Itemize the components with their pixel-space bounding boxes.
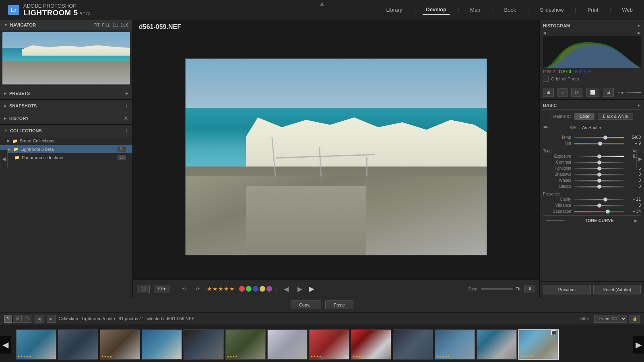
view-split-btn[interactable]: ⬜ <box>586 88 599 97</box>
vibrance-slider[interactable] <box>574 205 624 206</box>
collection-panorama[interactable]: 📁 Panorama slideshow 12 <box>0 153 132 162</box>
collections-add[interactable]: + <box>125 128 128 134</box>
nav-develop[interactable]: Develop <box>423 5 450 15</box>
next-image-btn[interactable]: ▶ <box>295 284 305 294</box>
basic-expand-icon[interactable]: ▼ <box>637 103 641 108</box>
hist-highlight-clip[interactable]: ▶ <box>638 31 641 35</box>
film-thumb-3[interactable]: ★★★★ <box>100 329 140 360</box>
eyedropper-tool[interactable]: ✒ <box>543 123 549 132</box>
tint-thumb[interactable] <box>598 142 602 146</box>
whites-thumb[interactable] <box>597 179 601 183</box>
film-thumb-9[interactable]: ★★★★ <box>351 329 391 360</box>
whites-slider[interactable] <box>574 180 624 181</box>
contrast-slider[interactable] <box>574 162 624 163</box>
slideshow-play-btn[interactable]: ▶ <box>309 284 314 293</box>
collections-header[interactable]: ▼ Collections − + <box>0 125 132 137</box>
view-grid-btn[interactable]: ⊞ <box>543 88 554 97</box>
zoom-1-16[interactable]: 1:16 <box>121 23 128 27</box>
view-compare-btn[interactable]: ⊡ <box>603 88 614 97</box>
zoom-expand-btn[interactable]: ⬇ <box>524 285 535 293</box>
film-thumb-5[interactable] <box>184 329 224 360</box>
film-thumb-6[interactable]: ★★★★ <box>225 329 266 360</box>
shadows-thumb[interactable] <box>597 173 601 177</box>
collection-lr5-beta[interactable]: ▶ 📁 Lightroom 5 beta 81 <box>0 145 132 153</box>
temp-thumb[interactable] <box>603 136 607 140</box>
smart-collections-group[interactable]: ▶ 📁 Smart Collections <box>0 137 132 145</box>
history-header[interactable]: ▶ History ✕ <box>0 112 132 124</box>
prev-image-btn[interactable]: ◀ <box>281 284 291 294</box>
nav-slideshow[interactable]: Slideshow <box>537 5 567 14</box>
saturation-slider[interactable] <box>574 211 624 212</box>
nav-library[interactable]: Library <box>383 5 405 14</box>
film-thumb-12[interactable] <box>477 329 517 360</box>
exposure-slider[interactable] <box>574 156 624 157</box>
zoom-slider[interactable] <box>481 288 513 290</box>
collections-minus[interactable]: − <box>120 128 123 134</box>
histogram-expand-icon[interactable]: ▼ <box>637 24 641 28</box>
bw-btn[interactable]: Black & White <box>598 113 633 120</box>
film-thumb-7[interactable] <box>267 329 308 360</box>
original-photo-checkbox[interactable]: □ <box>543 76 549 82</box>
paste-btn[interactable]: Paste <box>325 300 353 309</box>
rotate-left-btn[interactable]: ⟲ <box>179 285 189 293</box>
zoom-fill[interactable]: FILL <box>102 23 110 27</box>
filmstrip-next-btn[interactable]: ▶ <box>633 336 644 354</box>
history-clear[interactable]: ✕ <box>124 115 128 121</box>
saturation-thumb[interactable] <box>606 210 610 214</box>
purple-label[interactable] <box>266 286 272 292</box>
blue-label[interactable] <box>253 286 258 292</box>
temp-slider[interactable] <box>574 137 624 138</box>
previous-btn[interactable]: Previous <box>543 285 591 294</box>
right-panel-toggle[interactable]: ▶ <box>636 150 644 168</box>
contrast-thumb[interactable] <box>597 160 601 165</box>
highlights-slider[interactable] <box>574 168 624 169</box>
zoom-1-1[interactable]: 1:1 <box>113 23 118 27</box>
snapshots-header[interactable]: ▶ Snapshots + <box>0 100 132 112</box>
filter-dropdown[interactable]: Filters Off <box>594 315 627 323</box>
nav-web[interactable]: Web <box>619 5 636 14</box>
tint-slider[interactable] <box>574 143 624 144</box>
vm-single-btn[interactable]: 1 <box>4 315 12 323</box>
presets-header[interactable]: ▶ Presets + <box>0 87 132 99</box>
bottom-center-arrow[interactable]: ▼ <box>319 355 325 362</box>
tone-curve-expand[interactable]: ▶ <box>634 218 638 223</box>
vibrance-thumb[interactable] <box>597 204 601 208</box>
original-photo-row[interactable]: □ Original Photo <box>543 76 641 82</box>
filter-lock-btn[interactable]: 🔒 <box>630 315 640 323</box>
shadows-slider[interactable] <box>574 174 624 175</box>
wb-dropdown-arrow[interactable]: ▾ <box>599 125 601 130</box>
vm-survey-btn[interactable]: ⊡ <box>23 315 31 323</box>
film-thumb-2[interactable] <box>58 329 98 360</box>
film-thumb-13[interactable]: ★★★★★ ⬛ <box>518 329 559 360</box>
filmstrip-prev-btn[interactable]: ◀ <box>0 336 11 354</box>
color-btn[interactable]: Color <box>574 113 594 120</box>
view-circle-btn[interactable]: ○ <box>557 88 568 97</box>
film-thumb-10[interactable] <box>393 329 433 360</box>
zoom-fit[interactable]: FIT <box>94 23 100 27</box>
rating-stars[interactable]: ★★★★★ <box>207 286 235 292</box>
presets-add[interactable]: + <box>125 90 128 97</box>
film-thumb-1[interactable]: ★★★★★ <box>16 329 56 360</box>
film-thumb-11[interactable]: ★★★★★ <box>435 329 475 360</box>
view-loupe-btn[interactable]: ⬛ <box>137 285 150 293</box>
nav-print[interactable]: Print <box>584 5 602 14</box>
left-panel-toggle[interactable]: ◀ <box>0 150 8 168</box>
tone-slider[interactable] <box>625 92 641 93</box>
blacks-thumb[interactable] <box>597 185 601 189</box>
clarity-slider[interactable] <box>574 199 624 200</box>
top-center-arrow[interactable]: ▲ <box>319 0 325 7</box>
hist-shadow-clip[interactable]: ◀ <box>543 31 546 35</box>
vm-back-btn[interactable]: ◀ <box>35 315 43 323</box>
clarity-thumb[interactable] <box>603 197 607 202</box>
film-thumb-4[interactable] <box>142 329 182 360</box>
vm-forward-btn[interactable]: ▶ <box>47 315 56 323</box>
red-label[interactable] <box>239 286 245 292</box>
nav-book[interactable]: Book <box>501 5 519 14</box>
rotate-right-btn[interactable]: ⟳ <box>193 285 203 293</box>
blacks-slider[interactable] <box>574 186 624 187</box>
nav-map[interactable]: Map <box>467 5 483 14</box>
film-thumb-8[interactable]: ★★★★ <box>309 329 349 360</box>
view-target-btn[interactable]: ◎ <box>571 88 582 97</box>
green-label[interactable] <box>246 286 252 292</box>
exposure-thumb[interactable] <box>597 154 601 158</box>
